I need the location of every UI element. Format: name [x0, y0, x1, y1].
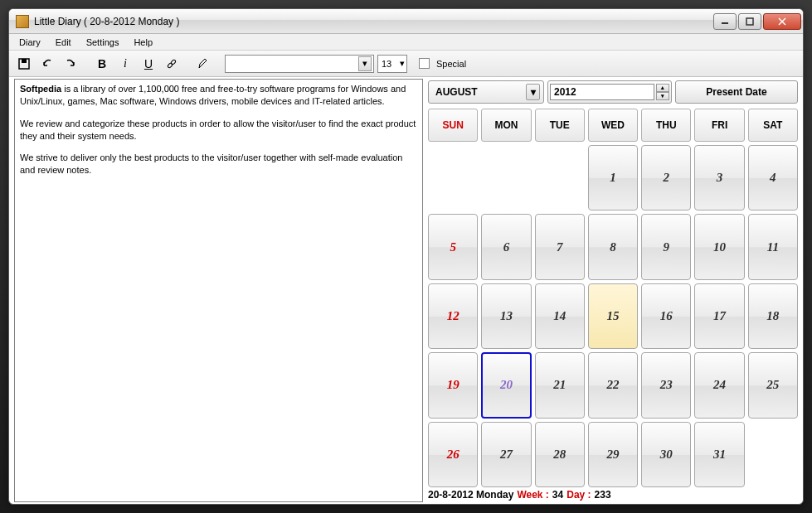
bold-icon[interactable]: B — [92, 54, 112, 74]
footer-day-val: 233 — [595, 489, 611, 501]
menu-edit[interactable]: Edit — [49, 36, 78, 49]
menu-diary[interactable]: Diary — [12, 36, 47, 49]
day-cell-23[interactable]: 23 — [641, 352, 691, 418]
font-size-value: 13 — [382, 59, 391, 69]
menu-settings[interactable]: Settings — [80, 36, 126, 49]
footer-date: 20-8-2012 Monday — [428, 489, 513, 501]
day-cell-26[interactable]: 26 — [428, 422, 478, 487]
italic-icon[interactable]: i — [115, 54, 135, 74]
day-cell-17[interactable]: 17 — [694, 283, 744, 349]
day-cell-10[interactable]: 10 — [694, 214, 744, 279]
footer-week-label: Week : — [517, 489, 548, 501]
day-header-tue: TUE — [535, 109, 585, 142]
month-select[interactable]: AUGUST ▾ — [428, 80, 544, 104]
day-cell-11[interactable]: 11 — [748, 214, 798, 279]
day-cell-30[interactable]: 30 — [641, 422, 691, 487]
day-cell-3[interactable]: 3 — [694, 145, 744, 211]
day-cell-21[interactable]: 21 — [535, 352, 585, 418]
day-cell-15[interactable]: 15 — [588, 283, 638, 349]
day-header-fri: FRI — [694, 109, 744, 142]
special-label: Special — [436, 59, 466, 69]
day-cell-28[interactable]: 28 — [535, 422, 585, 487]
day-header-sat: SAT — [748, 109, 798, 142]
day-cell-25[interactable]: 25 — [748, 352, 798, 418]
calendar-footer: 20-8-2012 Monday Week : 34 Day : 233 — [428, 487, 798, 502]
day-cell-8[interactable]: 8 — [588, 214, 638, 279]
font-family-select[interactable]: ▾ — [225, 55, 374, 73]
svg-point-6 — [167, 62, 173, 68]
day-cell-14[interactable]: 14 — [535, 283, 585, 349]
chevron-down-icon: ▾ — [400, 58, 405, 69]
editor-p1: is a library of over 1,100,000 free and … — [20, 84, 406, 106]
svg-rect-5 — [22, 59, 27, 63]
minimize-button[interactable] — [713, 13, 737, 30]
toolbar: B i U ▾ 13 ▾ Special — [9, 51, 803, 77]
day-cell-19[interactable]: 19 — [428, 352, 478, 418]
day-cell-6[interactable]: 6 — [481, 214, 531, 279]
year-value: 2012 — [554, 86, 576, 98]
app-icon — [16, 15, 29, 28]
day-cell-7[interactable]: 7 — [535, 214, 585, 279]
save-icon[interactable] — [14, 54, 34, 74]
special-checkbox[interactable] — [419, 58, 430, 69]
maximize-button[interactable] — [738, 13, 761, 30]
day-header-thu: THU — [641, 109, 691, 142]
footer-day-label: Day : — [566, 489, 591, 501]
calendar-grid: SUNMONTUEWEDTHUFRISAT1234567891011121314… — [428, 109, 798, 487]
day-cell-2[interactable]: 2 — [641, 145, 691, 211]
day-cell-empty — [535, 145, 585, 211]
diary-editor[interactable]: Softpedia is a library of over 1,100,000… — [14, 79, 423, 502]
day-cell-empty — [428, 145, 478, 211]
day-cell-31[interactable]: 31 — [694, 422, 744, 487]
redo-icon[interactable] — [61, 54, 80, 74]
editor-p2: We review and categorize these products … — [20, 118, 417, 143]
chevron-down-icon: ▾ — [526, 84, 540, 100]
undo-icon[interactable] — [37, 54, 57, 74]
menu-help[interactable]: Help — [127, 36, 159, 49]
day-cell-empty — [481, 145, 531, 211]
day-cell-1[interactable]: 1 — [588, 145, 638, 211]
svg-point-7 — [170, 59, 176, 65]
editor-bold: Softpedia — [20, 84, 61, 94]
day-cell-9[interactable]: 9 — [641, 214, 691, 279]
day-header-wed: WED — [588, 109, 638, 142]
year-up-icon[interactable]: ▴ — [656, 84, 669, 92]
day-cell-22[interactable]: 22 — [588, 352, 638, 418]
window-title: Little Diary ( 20-8-2012 Monday ) — [34, 16, 713, 27]
footer-week-val: 34 — [552, 489, 563, 501]
font-size-select[interactable]: 13 ▾ — [377, 55, 407, 73]
brush-icon[interactable] — [193, 54, 213, 74]
day-cell-4[interactable]: 4 — [748, 145, 798, 211]
year-input[interactable]: 2012 ▴ ▾ — [547, 80, 672, 104]
day-cell-27[interactable]: 27 — [481, 422, 531, 487]
menubar: Diary Edit Settings Help — [9, 34, 803, 51]
close-button[interactable] — [763, 13, 801, 30]
day-cell-20[interactable]: 20 — [481, 352, 531, 418]
day-cell-18[interactable]: 18 — [748, 283, 798, 349]
day-header-mon: MON — [481, 109, 531, 142]
day-cell-13[interactable]: 13 — [481, 283, 531, 349]
day-cell-24[interactable]: 24 — [694, 352, 744, 418]
month-value: AUGUST — [435, 86, 478, 98]
day-header-sun: SUN — [428, 109, 478, 142]
day-cell-empty — [748, 422, 798, 487]
day-cell-16[interactable]: 16 — [641, 283, 691, 349]
year-down-icon[interactable]: ▾ — [656, 92, 669, 100]
editor-p3: We strive to deliver only the best produ… — [20, 152, 417, 177]
day-cell-12[interactable]: 12 — [428, 283, 478, 349]
calendar-pane: AUGUST ▾ 2012 ▴ ▾ Present Date SUNMONTUE… — [423, 77, 803, 504]
titlebar: Little Diary ( 20-8-2012 Monday ) — [9, 9, 803, 34]
day-cell-29[interactable]: 29 — [588, 422, 638, 487]
app-window: Little Diary ( 20-8-2012 Monday ) Diary … — [8, 8, 804, 505]
svg-rect-1 — [746, 18, 753, 25]
link-icon[interactable] — [162, 54, 182, 74]
day-cell-5[interactable]: 5 — [428, 214, 478, 279]
underline-icon[interactable]: U — [139, 54, 158, 74]
chevron-down-icon: ▾ — [358, 56, 372, 71]
present-date-button[interactable]: Present Date — [675, 80, 798, 104]
